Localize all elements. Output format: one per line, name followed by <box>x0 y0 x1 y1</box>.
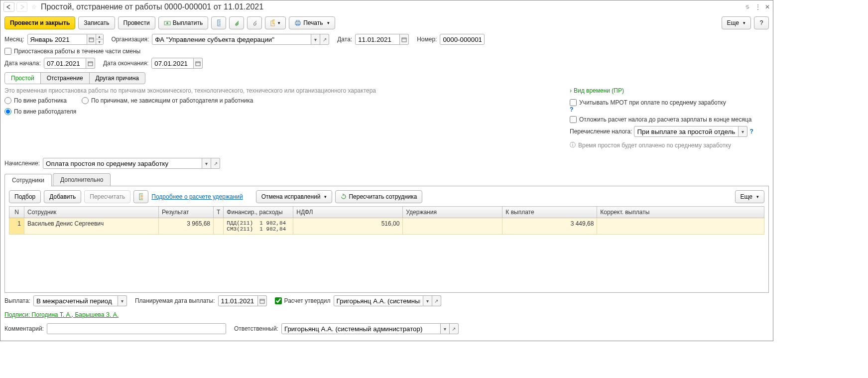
org-label: Организация: <box>112 36 149 43</box>
payment-select-button[interactable]: ▾ <box>118 295 127 306</box>
end-date-calendar-button[interactable] <box>194 58 203 69</box>
payment-input[interactable] <box>33 295 118 306</box>
add-button[interactable]: Добавить <box>44 190 81 203</box>
col-deductions[interactable]: Удержания <box>403 207 502 218</box>
mrot-help[interactable]: ? <box>570 106 573 113</box>
deductions-details-link[interactable]: Подробнее о расчете удержаний <box>151 193 243 200</box>
time-type-link[interactable]: ›Вид времени (ПР) <box>570 87 769 94</box>
table-row[interactable]: 1Васильев Денис Сергеевич3 965,68ПДД(211… <box>9 218 764 235</box>
link-icon[interactable] <box>744 3 751 10</box>
chevron-right-icon: › <box>570 87 572 94</box>
document-icon-button[interactable] <box>211 16 226 29</box>
select-button[interactable]: Подбор <box>9 190 41 203</box>
defer-tax-checkbox[interactable]: Отложить расчет налога до расчета зарпла… <box>570 116 769 123</box>
nav-forward-button[interactable] <box>16 2 27 12</box>
org-open-button[interactable]: ↗ <box>320 34 329 45</box>
col-ndfl[interactable]: НДФЛ <box>293 207 403 218</box>
col-finance[interactable]: Финансир., расходы <box>224 207 293 218</box>
month-spinner[interactable]: ▲▼ <box>96 34 104 45</box>
org-select-button[interactable]: ▾ <box>311 34 320 45</box>
more-label: Еще <box>727 19 739 26</box>
date-calendar-button[interactable] <box>400 34 409 45</box>
responsible-open-button[interactable]: ↗ <box>450 323 459 334</box>
approver-open-button[interactable]: ↗ <box>432 295 441 306</box>
recalc-employee-button[interactable]: Пересчитать сотрудника <box>335 190 422 203</box>
end-date-label: Дата окончания: <box>103 60 148 67</box>
mrot-checkbox[interactable]: Учитывать МРОТ при оплате по среднему за… <box>570 99 769 106</box>
col-payout[interactable]: К выплате <box>502 207 597 218</box>
svg-point-1 <box>166 22 168 24</box>
col-correction[interactable]: Коррект. выплаты <box>597 207 764 218</box>
favorite-icon[interactable]: ☆ <box>31 3 37 10</box>
post-button[interactable]: Провести <box>118 16 155 29</box>
radio-employer-fault[interactable]: По вине работодателя <box>4 108 555 115</box>
tab-other[interactable]: Другая причина <box>89 72 145 84</box>
print-button[interactable]: Печать▾ <box>289 16 335 29</box>
more-button[interactable]: Еще▾ <box>722 16 751 29</box>
accrual-open-button[interactable]: ↗ <box>211 158 220 169</box>
month-input[interactable] <box>27 34 87 45</box>
recalc-button[interactable]: Пересчитать <box>84 190 130 203</box>
plan-date-calendar-button[interactable] <box>258 295 267 306</box>
radio-employee-fault[interactable]: По вине работника <box>4 97 67 104</box>
print-icon <box>294 19 301 26</box>
menu-icon[interactable]: ⋮ <box>755 3 761 10</box>
plan-date-label: Планируемая дата выплаты: <box>135 297 215 304</box>
end-date-input[interactable] <box>151 58 194 69</box>
help-button[interactable]: ? <box>754 16 769 29</box>
tab-additional[interactable]: Дополнительно <box>53 173 111 186</box>
nav-back-button[interactable] <box>3 2 14 12</box>
attach-icon-button[interactable] <box>247 16 262 29</box>
accrual-select-button[interactable]: ▾ <box>202 158 211 169</box>
partial-shift-label: Приостановка работы в течение части смен… <box>14 48 140 55</box>
tab-suspension[interactable]: Отстранение <box>40 72 90 84</box>
comment-label: Комментарий: <box>4 325 44 332</box>
close-icon[interactable]: ✕ <box>765 3 770 10</box>
tax-transfer-help[interactable]: ? <box>749 128 753 135</box>
svg-rect-13 <box>402 38 406 42</box>
svg-rect-7 <box>273 20 275 24</box>
cancel-corrections-button[interactable]: Отмена исправлений▾ <box>256 190 333 203</box>
approved-checkbox[interactable]: Расчет утвердил <box>275 297 331 304</box>
edit-icon-button[interactable] <box>229 16 244 29</box>
refresh-icon <box>341 194 347 200</box>
date-input[interactable] <box>355 34 400 45</box>
number-input[interactable] <box>440 34 485 45</box>
info-icon: ⓘ <box>570 141 576 149</box>
responsible-label: Ответственный: <box>234 325 278 332</box>
svg-rect-9 <box>296 20 299 22</box>
accrual-input[interactable] <box>43 158 202 169</box>
responsible-input[interactable] <box>281 323 441 334</box>
svg-rect-11 <box>89 38 94 42</box>
employees-grid[interactable]: N Сотрудник Результат Т Финансир., расхо… <box>9 206 764 288</box>
col-t[interactable]: Т <box>214 207 224 218</box>
tab-downtime[interactable]: Простой <box>4 72 41 84</box>
tax-transfer-input[interactable] <box>634 126 739 137</box>
plan-date-input[interactable] <box>218 295 258 306</box>
approver-select-button[interactable]: ▾ <box>423 295 432 306</box>
info-text: ⓘВремя простоя будет оплачено по среднем… <box>570 141 769 149</box>
org-input[interactable] <box>152 34 311 45</box>
grid-more-button[interactable]: Еще▾ <box>735 190 764 203</box>
tab-employees[interactable]: Сотрудники <box>4 174 52 186</box>
start-date-input[interactable] <box>44 58 86 69</box>
svg-rect-17 <box>196 62 200 66</box>
col-employee[interactable]: Сотрудник <box>24 207 159 218</box>
col-n[interactable]: N <box>9 207 24 218</box>
approver-input[interactable] <box>334 295 423 306</box>
tax-transfer-select-button[interactable]: ▾ <box>739 126 747 137</box>
col-result[interactable]: Результат <box>159 207 214 218</box>
partial-shift-checkbox[interactable]: Приостановка работы в течение части смен… <box>4 48 140 55</box>
start-date-calendar-button[interactable] <box>86 58 95 69</box>
pay-button[interactable]: Выплатить <box>158 16 209 29</box>
month-label: Месяц: <box>4 36 24 43</box>
signatures-link[interactable]: Подписи: Погодина Т. А., Барышева З. А. <box>4 311 119 318</box>
responsible-select-button[interactable]: ▾ <box>441 323 450 334</box>
post-and-close-button[interactable]: Провести и закрыть <box>4 16 75 29</box>
month-calendar-button[interactable] <box>87 34 96 45</box>
write-button[interactable]: Записать <box>78 16 115 29</box>
show-details-button[interactable] <box>133 190 148 203</box>
create-based-button[interactable]: ▾ <box>265 16 286 29</box>
radio-independent[interactable]: По причинам, не зависящим от работодател… <box>82 97 253 104</box>
comment-input[interactable] <box>47 323 226 334</box>
